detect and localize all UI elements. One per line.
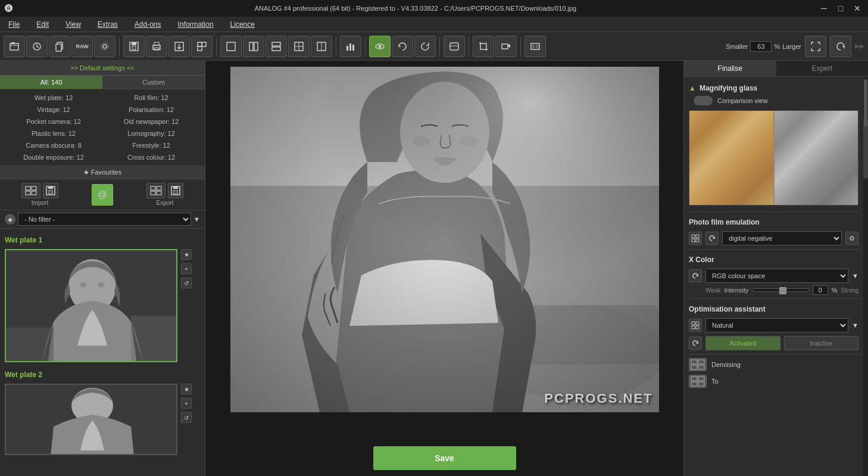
opt-refresh-icon[interactable] [689, 337, 702, 350]
menu-view[interactable]: View [57, 18, 89, 31]
menu-licence[interactable]: Licence [222, 18, 263, 31]
copy-button[interactable] [49, 36, 70, 57]
intensity-value: 0 [813, 285, 828, 295]
film-refresh-icon[interactable] [705, 232, 719, 245]
color-space-arrow[interactable]: ▼ [852, 272, 858, 279]
view3-button[interactable] [266, 36, 287, 57]
svg-rect-26 [349, 43, 351, 51]
view5-button[interactable] [311, 36, 332, 57]
vintage-filter[interactable]: Vintage: 12 [5, 105, 102, 114]
close-button[interactable]: ✕ [851, 4, 863, 13]
export-button[interactable] [168, 36, 190, 57]
film-settings-button[interactable]: ⚙ [845, 232, 858, 245]
filter-circle-button[interactable]: ● [5, 214, 15, 225]
opt-arrow[interactable]: ▼ [852, 322, 858, 329]
svg-rect-27 [352, 45, 354, 51]
crop-button[interactable] [473, 36, 494, 57]
tab-finalise[interactable]: Finalise [684, 61, 776, 76]
tab-all[interactable]: All: 140 [0, 76, 102, 89]
magnifier-right-processed [775, 111, 858, 205]
settings-button[interactable] [94, 36, 115, 57]
history-button[interactable] [26, 36, 48, 57]
rotate-button[interactable] [392, 36, 413, 57]
rotate-cw-button[interactable] [830, 36, 851, 57]
menu-edit[interactable]: Edit [28, 18, 57, 31]
inactive-button[interactable]: Inactive [784, 336, 859, 350]
preset-wetplate1-actions: ★ + ↺ [181, 249, 192, 288]
plastic-lens-filter[interactable]: Plastic lens: 12 [5, 129, 102, 138]
svg-rect-32 [502, 44, 508, 49]
svg-rect-82 [698, 377, 704, 381]
svg-rect-20 [272, 42, 280, 46]
roll-film-filter[interactable]: Roll film: 12 [102, 93, 200, 102]
camera-obscura-filter[interactable]: Camera obscura: 8 [5, 141, 102, 150]
intensity-slider[interactable] [752, 288, 808, 292]
preset-wetplate1-container: ★ + ↺ [5, 249, 200, 362]
svg-rect-75 [692, 326, 695, 329]
import-grid-icon[interactable] [21, 183, 40, 198]
preset-wetplate2-plus[interactable]: + [181, 398, 192, 409]
open-file-button[interactable] [4, 36, 25, 57]
preset-wetplate1-thumb[interactable] [5, 249, 177, 362]
svg-point-6 [101, 43, 108, 50]
preset-wetplate2-thumb[interactable] [5, 384, 177, 455]
intensity-thumb[interactable] [779, 287, 786, 294]
color-space-select[interactable]: RGB colour space [705, 269, 848, 283]
cross-colour-filter[interactable]: Cross colour: 12 [102, 153, 200, 162]
film-type-select[interactable]: digital negative [722, 231, 842, 245]
svg-rect-30 [450, 43, 458, 50]
minimize-button[interactable]: ─ [818, 4, 830, 13]
svg-rect-34 [532, 45, 535, 48]
freestyle-filter[interactable]: Freestyle: 12 [102, 141, 200, 150]
at-icon-button[interactable]: @ [92, 184, 113, 206]
filmstrip-button[interactable] [524, 36, 546, 57]
menu-file[interactable]: File [0, 18, 28, 31]
channel-button[interactable] [444, 36, 465, 57]
refresh-button[interactable] [414, 36, 436, 57]
view4-button[interactable] [288, 36, 310, 57]
x-color-refresh-icon[interactable] [689, 269, 702, 282]
preset-wetplate1-star[interactable]: ★ [181, 249, 192, 260]
menu-information[interactable]: Information [170, 18, 222, 31]
preset-wetplate2-rotate[interactable]: ↺ [181, 412, 192, 423]
old-newspaper-filter[interactable]: Old newspaper: 12 [102, 117, 200, 126]
tab-expert[interactable]: Expert [776, 61, 869, 76]
preset-wetplate2-star[interactable]: ★ [181, 384, 192, 394]
batch-button[interactable] [191, 36, 213, 57]
favourites-bar[interactable]: ★ Favourites [0, 166, 205, 179]
pocket-camera-filter[interactable]: Pocket camera: 12 [5, 117, 102, 126]
action-row: Import @ Export [0, 179, 205, 210]
tab-custom[interactable]: Custom [102, 76, 205, 89]
filter-dropdown-arrow[interactable]: ▼ [193, 216, 200, 223]
double-exposure-filter[interactable]: Double exposure: 12 [5, 153, 102, 162]
raw-button[interactable]: RAW [71, 36, 93, 57]
filter-row-4: Plastic lens: 12 Lomography: 12 [0, 127, 205, 139]
export-grid-icon[interactable] [146, 183, 166, 198]
zoom-fit-button[interactable] [805, 36, 826, 57]
menu-extras[interactable]: Extras [89, 18, 126, 31]
polarisation-filter[interactable]: Polarisation: 12 [102, 105, 200, 114]
save-button[interactable] [123, 36, 145, 57]
preset-wetplate1-rotate[interactable]: ↺ [181, 278, 192, 288]
histogram-button[interactable] [340, 36, 361, 57]
comparison-toggle[interactable] [694, 96, 713, 105]
left-panel-scrollbar[interactable] [863, 119, 868, 179]
video-button[interactable] [495, 36, 517, 57]
optimisation-type-select[interactable]: Natural [705, 318, 848, 332]
save-button[interactable]: Save [373, 446, 516, 470]
menu-addons[interactable]: Add-ons [126, 18, 170, 31]
import-save-icon[interactable] [43, 183, 58, 198]
export-save-icon[interactable] [168, 183, 183, 198]
activated-button[interactable]: Activated [705, 336, 780, 350]
view2-button[interactable] [243, 36, 264, 57]
preset-wetplate1-plus[interactable]: + [181, 263, 192, 274]
maximize-button[interactable]: □ [835, 4, 847, 13]
wet-plate-filter[interactable]: Wet plate: 12 [5, 93, 102, 102]
zoom-value[interactable]: 63 [750, 41, 772, 52]
filter-dropdown[interactable]: - No filter - [18, 213, 191, 226]
toning-row: To [689, 375, 858, 388]
print-button[interactable] [146, 36, 167, 57]
view1-button[interactable] [220, 36, 242, 57]
eye-button[interactable] [369, 36, 391, 57]
lomography-filter[interactable]: Lomography: 12 [102, 129, 200, 138]
